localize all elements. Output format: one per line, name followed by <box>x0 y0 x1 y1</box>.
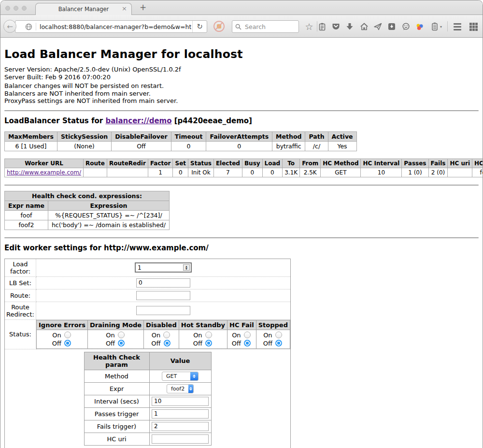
form-row-route-redirect: Route Redirect: <box>5 302 291 319</box>
status-header-row: Ignore Errors Draining Mode Disabled Hot… <box>37 320 290 330</box>
hot-standby-off-radio[interactable] <box>205 340 212 347</box>
apps-grid-icon[interactable] <box>469 22 478 31</box>
hc-expr-label: Expr <box>84 382 149 395</box>
hc-fails-input[interactable] <box>152 422 209 431</box>
server-built: Server Built: Feb 9 2016 07:00:20 <box>4 73 479 81</box>
table-row: 6 [1 Used] (None) Off 0 0 bytraffic /c/ … <box>5 141 357 151</box>
worker-row: http://www.example.com/ 1 0 Init Ok 7 0 … <box>5 168 483 177</box>
download-icon[interactable] <box>345 22 355 31</box>
hc-passes-row: Passes trigger <box>84 407 211 420</box>
url-bar[interactable]: ↻ <box>15 20 207 33</box>
chevron-down-icon[interactable]: ▾ <box>440 25 442 29</box>
divider <box>4 185 479 186</box>
page-title: Load Balancer Manager for localhost <box>4 47 479 61</box>
disabled-on-radio[interactable] <box>163 332 170 338</box>
server-version: Server Version: Apache/2.5.0-dev (Unix) … <box>4 66 479 73</box>
send-icon[interactable] <box>373 22 383 31</box>
globe-icon <box>25 23 32 30</box>
url-input[interactable] <box>36 23 192 30</box>
balancer-demo-link[interactable]: balancer://demo <box>105 116 171 125</box>
route-redirect-input[interactable] <box>136 306 190 315</box>
pocket-icon[interactable] <box>331 22 341 31</box>
hc-method-row: Method GET <box>84 370 211 382</box>
health-check-params-table: Health Check param Value Method GET <box>84 352 212 446</box>
select-chevrons-icon <box>190 372 198 380</box>
status-hc-fail-cell: On Off <box>227 330 256 348</box>
back-button[interactable]: ← <box>3 20 16 33</box>
number-spinner-icon[interactable]: ▲▼ <box>183 264 190 271</box>
reading-list-icon[interactable] <box>317 22 327 31</box>
window-zoom-button[interactable] <box>22 6 27 11</box>
search-bar[interactable] <box>232 20 299 33</box>
table-row: foof %{REQUEST_STATUS} =~ /^[234]/ <box>5 210 170 220</box>
select-chevrons-icon <box>188 385 193 393</box>
divider <box>4 237 479 238</box>
hc-expr-row: Expr foof2 <box>84 382 211 395</box>
window-close-button[interactable] <box>5 6 10 11</box>
new-tab-button[interactable]: + <box>140 2 146 12</box>
hc-expressions-table: Health check cond. expressions: Expr nam… <box>4 191 170 230</box>
home-icon[interactable] <box>359 22 369 31</box>
toolbar-divider <box>447 21 448 31</box>
hc-method-select[interactable]: GET <box>162 372 199 381</box>
hc-interval-row: Interval (secs) <box>84 395 211 407</box>
hc-method-label: Method <box>84 370 149 382</box>
chat-smiley-icon[interactable] <box>401 22 411 31</box>
tab-close-icon[interactable]: × <box>122 5 127 12</box>
hc-fail-off-radio[interactable] <box>244 340 251 347</box>
status-radio-row: On Off On Off On Off <box>37 330 290 348</box>
table-header-row: Health Check param Value <box>84 352 211 370</box>
stopped-on-radio[interactable] <box>275 332 282 338</box>
hc-passes-input[interactable] <box>152 409 209 419</box>
window-minimize-button[interactable] <box>14 6 18 11</box>
table-title-row: Health check cond. expressions: <box>5 191 170 201</box>
table-header-row: Worker URL Route RouteRedir Factor Set S… <box>5 159 483 168</box>
hot-standby-on-radio[interactable] <box>205 332 212 338</box>
load-factor-label: Load factor: <box>5 259 36 276</box>
colors-extension-icon[interactable] <box>415 22 425 31</box>
worker-url-link[interactable]: http://www.example.com/ <box>7 169 81 176</box>
divider <box>4 110 479 111</box>
hc-fails-row: Fails trigger) <box>84 420 211 433</box>
search-input[interactable] <box>244 23 296 31</box>
route-redirect-label: Route Redirect: <box>5 302 36 319</box>
hc-fails-label: Fails trigger) <box>84 420 149 433</box>
draining-mode-on-radio[interactable] <box>118 332 125 338</box>
load-factor-input[interactable] <box>136 263 182 272</box>
status-hot-standby-cell: On Off <box>179 330 227 348</box>
status-draining-mode-cell: On Off <box>87 330 143 348</box>
form-row-load-factor: Load factor: ▲▼ <box>5 259 291 276</box>
lb-set-input[interactable] <box>136 278 190 288</box>
route-label: Route: <box>5 289 36 302</box>
adblock-icon[interactable] <box>213 21 225 32</box>
hc-uri-input[interactable] <box>152 434 209 444</box>
disabled-off-radio[interactable] <box>164 340 170 347</box>
edit-worker-form: Load factor: ▲▼ LB Set: Route: Route Red… <box>4 259 291 448</box>
navigation-toolbar: ← ↻ ☆ <box>0 15 483 38</box>
lb-set-label: LB Set: <box>5 276 36 289</box>
balancer-status-heading: LoadBalancer Status for balancer://demo … <box>4 116 479 125</box>
reload-icon[interactable]: ↻ <box>192 21 207 32</box>
draining-mode-off-radio[interactable] <box>118 340 125 347</box>
route-input[interactable] <box>136 291 190 300</box>
balancer-status-table: MaxMembers StickySession DisableFailover… <box>4 131 357 151</box>
screenshot-icon[interactable] <box>387 22 397 31</box>
hc-interval-input[interactable] <box>152 397 209 406</box>
edit-worker-heading: Edit worker settings for http://www.exam… <box>4 244 479 252</box>
bookmark-star-icon[interactable]: ☆ <box>304 22 314 31</box>
notice-line: Balancer changes will NOT be persisted o… <box>4 82 479 90</box>
ignore-errors-on-radio[interactable] <box>64 332 71 338</box>
hc-passes-label: Passes trigger <box>84 407 149 420</box>
form-row-hc-params: Health Check param Value Method GET <box>5 349 291 448</box>
page-content: Load Balancer Manager for localhost Serv… <box>0 38 483 448</box>
stopped-off-radio[interactable] <box>275 340 282 347</box>
tab-balancer-manager[interactable]: Balancer Manager × <box>35 3 132 15</box>
status-ignore-errors-cell: On Off <box>37 330 88 348</box>
table-header-row: MaxMembers StickySession DisableFailover… <box>5 131 357 141</box>
hc-expr-select[interactable]: foof2 <box>167 384 194 393</box>
battery-extension-icon[interactable] <box>430 22 440 31</box>
menu-icon[interactable] <box>453 22 462 31</box>
worker-table: Worker URL Route RouteRedir Factor Set S… <box>4 159 483 177</box>
hc-fail-on-radio[interactable] <box>244 332 251 338</box>
ignore-errors-off-radio[interactable] <box>64 340 71 347</box>
